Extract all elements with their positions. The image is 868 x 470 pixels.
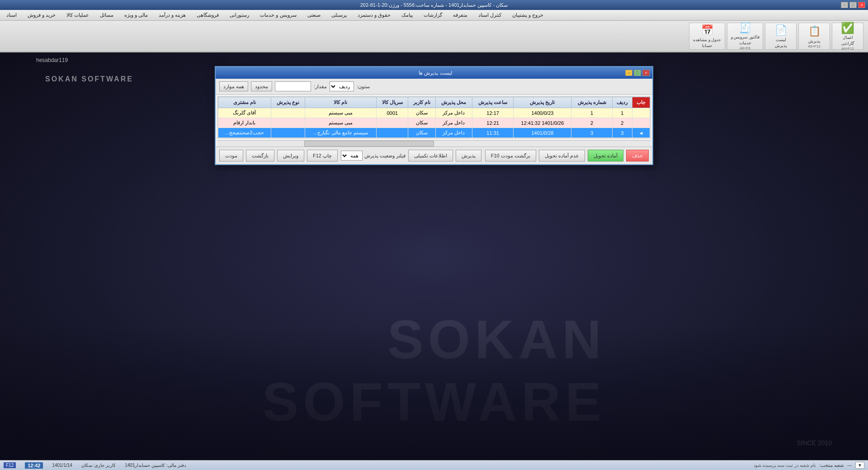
reception-shortcut: Alt+F12 [808,44,821,48]
modal-maximize-button[interactable]: □ [634,70,641,76]
modal-minimize-button[interactable]: − [625,70,632,76]
warranty-label: اعمال [843,35,853,40]
cell-tarikh: 1401/0/26 12:41:32 [514,118,571,128]
menu-item-financial[interactable]: مالی و ویژه [123,11,150,19]
since-label: SINCE 2010 [797,439,832,446]
cell-moshtari: باندار ارقام [218,118,271,128]
toolbar: ✅ اعمال گارانتی Alt+F12 📋 پذیرش Alt+F12 … [0,21,868,52]
header-jab: جاب [632,97,650,108]
menu-item-main[interactable]: اسناد [5,11,19,19]
date-label: 1401/1/14 [52,463,72,468]
menu-item-retail[interactable]: فروشگاهی [195,11,221,19]
maximize-button[interactable]: □ [849,2,857,8]
filter-label: فیلتر وضعیت پذیرش [364,153,406,159]
sokan-software-label: SOKAN SOFTWARE [45,75,133,83]
reception-icon: 📋 [807,24,821,38]
extra-info-button[interactable]: اطلاعات تکمیلی [408,150,453,161]
schedule-label2: حسابا [702,43,712,48]
menu-bar: خروج و پشتیبان کنترل اسناد متفرقه گزارشا… [0,10,868,21]
cell-serial: 0001 [377,108,408,118]
menu-item-salary[interactable]: حقوق و دستمزد [356,11,392,19]
table-row[interactable]: 2 2 1401/0/26 12:41:32 12:21 داخل مرکز س… [218,118,650,128]
amount-input[interactable] [275,81,311,91]
footer-right-group: حذف آماده تحویل عدم آماده تحویل برگشت مو… [485,150,649,161]
menu-item-sms[interactable]: پیامک [400,11,415,19]
menu-item-control[interactable]: کنترل اسناد [476,11,503,19]
cell-saat: 12:17 [472,108,514,118]
filter-select[interactable]: همه [341,151,363,161]
back-button[interactable]: بازگشت [246,150,274,161]
cell-jab [632,108,650,118]
menu-item-service[interactable]: سرویس و خدمات [258,11,298,19]
return-f10-button[interactable]: برگشت مودت F10 [485,150,536,161]
menu-item-income[interactable]: هزینه و درآمد [157,11,188,19]
header-tarikh: تاریخ پذیرش [514,97,571,108]
menu-item-misc[interactable]: متفرقه [451,11,469,19]
cell-noe [271,118,305,128]
edit-button[interactable]: ویرایش [277,150,304,161]
service-invoice-icon: 🧾 [738,22,752,34]
modal-controls: × □ − [625,70,650,76]
table-row[interactable]: 1 1 1400/0/23 12:17 داخل مرکز سکان 0001 … [218,108,650,118]
reception-footer-button[interactable]: پذیرش [456,150,481,161]
apply-warranty-button[interactable]: ✅ اعمال گارانتی Alt+F12 [832,23,863,50]
menu-item-industrial[interactable]: صنعتی [306,11,322,19]
title-bar: × □ − سکان - کاسپین حسابدار1401 - شماره … [0,0,868,10]
cell-user: سکان [408,108,436,118]
time-badge: 12:42 [25,462,43,469]
reception-list-label2: پذیرش [775,43,787,48]
cell-radif: 2 [612,118,632,128]
menu-item-inventory[interactable]: مسائل [98,11,115,19]
cell-mahal: داخل مرکز [435,118,472,128]
menu-item-purchase[interactable]: عملیات کالا [65,11,91,19]
menu-item-restaurant[interactable]: رستورانی [228,11,251,19]
reception-list-button[interactable]: 📄 لیست پذیرش [765,23,797,50]
column-select[interactable]: ردیف [330,81,354,91]
cell-noe [271,108,305,118]
table-row[interactable]: ◄ 3 3 1401/0/28 11:31 داخل مرکز سکان سیس… [218,128,650,138]
ready-delivery-button[interactable]: آماده تحویل [588,150,623,161]
cell-user: سکان [408,128,436,138]
modat-button[interactable]: مودت [219,150,243,161]
schedule-button[interactable]: 📅 جدول و مشاهده حسابا [689,23,725,50]
no-delivery-button[interactable]: عدم آماده تحویل [539,150,585,161]
cell-shomara: 1 [571,108,612,118]
reception-button[interactable]: 📋 پذیرش Alt+F12 [798,23,830,50]
menu-item-personnel[interactable]: پرسنلی [330,11,349,19]
btn-all[interactable]: همه موارد [219,81,248,91]
modal-table-wrapper[interactable]: جاب ردیف شماره پذیرش تاریخ پذیرش ساعت پذ… [217,96,651,138]
modal-window: × □ − لیست پذیرش ها ستون: ردیف مقدار: مح… [215,66,653,165]
menu-item-reports[interactable]: گزارشات [422,11,444,19]
schedule-icon: 📅 [700,24,714,37]
header-user: نام کاربر [408,97,436,108]
table-scrollbar[interactable] [217,140,651,147]
menu-item-docs[interactable]: خرید و فروش [26,11,57,19]
f12-badge: F12 [4,462,16,468]
header-radif: ردیف [612,97,632,108]
cell-jab [632,118,650,128]
username-label: hesabdar119 [36,57,68,63]
menu-item-poshtibanı[interactable]: خروج و پشتیبان [510,11,545,19]
daftar-label: دفتر مالی: کاسپین حسابدار1401 [125,463,185,468]
header-noe: نوع پذیرش [271,97,305,108]
btn-limited[interactable]: محدود [251,81,272,91]
schedule-label: جدول و مشاهده [693,38,721,43]
footer-middle-group: پذیرش اطلاعات تکمیلی فیلتر وضعیت پذیرش ه… [341,150,481,161]
branch-label: شعبه منتخب: [820,463,844,468]
modal-title: لیست پذیرش ها [245,70,625,76]
cell-mahal: داخل مرکز [435,128,472,138]
service-invoice-button[interactable]: 🧾 فاکتور سرویس و خدمات Alt+F8 [727,23,763,50]
delete-button[interactable]: حذف [626,150,649,161]
print-button[interactable]: چاپ F12 [307,150,338,161]
minimize-button[interactable]: − [841,2,848,8]
cell-shomara: 3 [571,128,612,138]
cell-jab: ◄ [632,128,650,138]
main-background: SOKANSOFTWARE SOKAN SOFTWARE hesabdar119… [0,52,868,460]
column-label: ستون: [357,84,370,90]
cell-shomara: 2 [571,118,612,128]
footer-left-group: چاپ F12 ویرایش بازگشت مودت [219,150,338,161]
cell-radif: 3 [612,128,632,138]
branch-dropdown[interactable]: ▼ [855,462,864,469]
modal-close-button[interactable]: × [642,70,650,76]
close-button[interactable]: × [858,2,865,8]
